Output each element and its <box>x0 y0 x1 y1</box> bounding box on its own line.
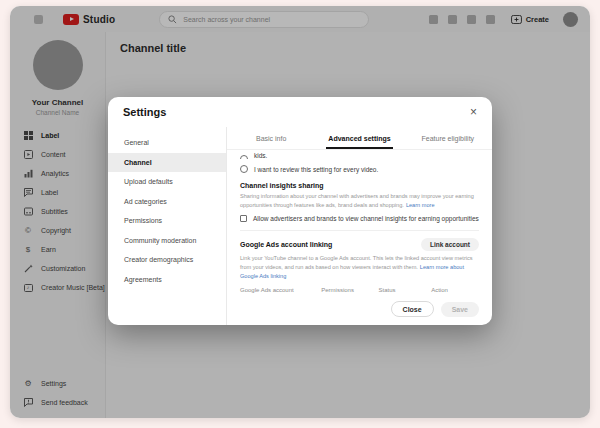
settings-nav-ad-categories[interactable]: Ad categories <box>108 192 226 212</box>
col-header-status: Status <box>379 287 432 293</box>
audience-option-clipped-text: kids. <box>254 152 267 159</box>
audience-option-review[interactable]: I want to review this setting for every … <box>240 165 479 173</box>
settings-dialog-footer: Close Save <box>227 297 492 325</box>
tab-advanced-settings[interactable]: Advanced settings <box>315 127 403 149</box>
learn-more-link[interactable]: Learn more <box>406 202 435 208</box>
table-header-row: Google Ads account Permissions Status Ac… <box>240 287 479 297</box>
settings-nav-creator-demographics[interactable]: Creator demographics <box>108 250 226 270</box>
youtube-studio-window: Studio Search across your channel Create <box>10 6 590 418</box>
google-ads-title: Google Ads account linking <box>240 241 332 248</box>
settings-nav-upload-defaults[interactable]: Upload defaults <box>108 172 226 192</box>
settings-nav-permissions[interactable]: Permissions <box>108 211 226 231</box>
settings-dialog-body: General Channel Upload defaults Ad categ… <box>108 127 492 325</box>
google-ads-table: Google Ads account Permissions Status Ac… <box>240 287 479 297</box>
desktop-background: Studio Search across your channel Create <box>0 0 600 428</box>
close-icon[interactable]: × <box>470 106 477 118</box>
col-header-permissions: Permissions <box>321 287 378 293</box>
settings-dialog: Settings × General Channel Upload defaul… <box>108 97 492 325</box>
save-button[interactable]: Save <box>441 302 479 317</box>
col-header-action: Action <box>431 287 479 293</box>
close-button[interactable]: Close <box>391 301 434 317</box>
insights-checkbox-row[interactable]: Allow advertisers and brands to view cha… <box>240 215 479 222</box>
radio-icon[interactable] <box>240 155 248 159</box>
audience-option-review-label: I want to review this setting for every … <box>254 166 378 173</box>
tab-feature-eligibility[interactable]: Feature eligibility <box>404 127 492 149</box>
checkbox-icon[interactable] <box>240 215 247 222</box>
settings-nav: General Channel Upload defaults Ad categ… <box>108 127 226 325</box>
settings-nav-general[interactable]: General <box>108 133 226 153</box>
section-divider <box>240 230 479 231</box>
insights-section-title: Channel insights sharing <box>240 182 479 189</box>
settings-scroll-area[interactable]: kids. I want to review this setting for … <box>227 150 492 297</box>
settings-nav-channel[interactable]: Channel <box>108 153 226 173</box>
settings-nav-community-moderation[interactable]: Community moderation <box>108 231 226 251</box>
settings-dialog-header: Settings × <box>108 97 492 127</box>
settings-nav-agreements[interactable]: Agreements <box>108 270 226 290</box>
radio-icon[interactable] <box>240 165 248 173</box>
channel-tabs: Basic info Advanced settings Feature eli… <box>227 127 492 150</box>
tab-basic-info[interactable]: Basic info <box>227 127 315 149</box>
insights-checkbox-label: Allow advertisers and brands to view cha… <box>253 215 479 222</box>
insights-description-text: Sharing information about your channel w… <box>240 193 474 208</box>
link-account-button[interactable]: Link account <box>421 238 479 251</box>
settings-dialog-title: Settings <box>123 106 166 118</box>
google-ads-header: Google Ads account linking Link account <box>240 238 479 251</box>
audience-option-clipped: kids. <box>240 150 479 159</box>
insights-description: Sharing information about your channel w… <box>240 192 479 209</box>
google-ads-description: Link your YouTube channel to a Google Ad… <box>240 254 479 280</box>
col-header-account: Google Ads account <box>240 287 321 293</box>
settings-content: Basic info Advanced settings Feature eli… <box>226 127 492 325</box>
